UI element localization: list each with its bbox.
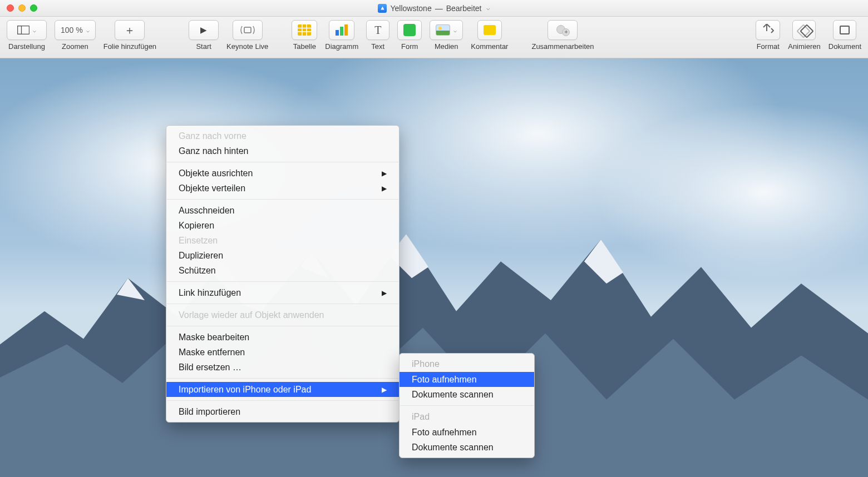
import-submenu: iPhone Foto aufnehmen Dokumente scannen … xyxy=(399,353,535,458)
chart-icon xyxy=(335,24,348,36)
keynote-app-icon xyxy=(378,4,387,13)
text-button[interactable]: T xyxy=(366,20,389,40)
window-controls xyxy=(7,4,37,12)
menu-reapply-template: Vorlage wieder auf Objekt anwenden xyxy=(166,307,399,322)
menu-bring-to-front: Ganz nach vorne xyxy=(166,128,399,143)
svg-rect-1 xyxy=(18,26,22,34)
media-button[interactable]: ⌵ xyxy=(430,20,463,40)
zoom-value: 100 % xyxy=(61,26,83,34)
submenu-take-photo-ipad[interactable]: Foto aufnehmen xyxy=(400,425,534,440)
document-tool: Dokument xyxy=(828,20,861,51)
menu-duplicate[interactable]: Duplizieren xyxy=(166,248,399,263)
document-button[interactable] xyxy=(833,20,856,40)
comment-button[interactable] xyxy=(477,20,502,40)
start-label: Start xyxy=(196,42,211,51)
chevron-down-icon: ⌵ xyxy=(453,27,457,33)
view-icon xyxy=(17,26,29,34)
svg-rect-8 xyxy=(336,30,339,36)
format-tool: Format xyxy=(756,20,780,51)
chevron-down-icon: ⌵ xyxy=(486,4,490,12)
shape-label: Form xyxy=(401,42,418,51)
add-slide-label: Folie hinzufügen xyxy=(103,42,156,51)
chart-label: Diagramm xyxy=(325,42,358,51)
submenu-scan-documents-iphone[interactable]: Dokumente scannen xyxy=(400,387,534,402)
submenu-header-ipad: iPad xyxy=(400,409,534,425)
menu-distribute-objects[interactable]: Objekte verteilen▶ xyxy=(166,181,399,196)
document-title[interactable]: Yellowstone — Bearbeitet ⌵ xyxy=(378,4,490,13)
format-label: Format xyxy=(757,42,780,51)
toolbar: ⌵ Darstellung 100 % ⌵ Zoomen ＋ Folie hin… xyxy=(0,17,868,58)
svg-rect-10 xyxy=(344,24,348,36)
menu-edit-mask[interactable]: Maske bearbeiten xyxy=(166,330,399,345)
view-tool: ⌵ Darstellung xyxy=(7,20,47,51)
menu-send-to-back[interactable]: Ganz nach hinten xyxy=(166,143,399,158)
table-button[interactable] xyxy=(292,20,317,40)
play-icon: ▶ xyxy=(200,25,207,35)
add-slide-tool: ＋ Folie hinzufügen xyxy=(103,20,156,51)
media-label: Medien xyxy=(435,42,458,51)
menu-copy[interactable]: Kopieren xyxy=(166,218,399,233)
collaborate-button[interactable] xyxy=(548,20,578,40)
keynote-live-label: Keynote Live xyxy=(226,42,268,51)
document-icon xyxy=(840,26,850,34)
table-icon xyxy=(298,24,311,36)
shape-button[interactable] xyxy=(397,20,422,40)
keynote-live-icon xyxy=(240,25,255,35)
text-tool: T Text xyxy=(366,20,389,51)
animate-button[interactable] xyxy=(792,20,816,40)
slide-canvas[interactable]: Ganz nach vorne Ganz nach hinten Objekte… xyxy=(0,58,868,477)
shape-tool: Form xyxy=(397,20,422,51)
table-label: Tabelle xyxy=(293,42,316,51)
menu-replace-image[interactable]: Bild ersetzen … xyxy=(166,360,399,375)
minimize-window-icon[interactable] xyxy=(18,4,26,12)
comment-icon xyxy=(484,25,496,35)
submenu-header-iphone: iPhone xyxy=(400,356,534,372)
view-button[interactable]: ⌵ xyxy=(7,20,47,40)
zoom-button[interactable]: 100 % ⌵ xyxy=(55,20,96,40)
submenu-take-photo-iphone[interactable]: Foto aufnehmen xyxy=(400,372,534,387)
animate-icon xyxy=(798,24,810,36)
submenu-arrow-icon: ▶ xyxy=(382,386,387,394)
table-tool: Tabelle xyxy=(292,20,317,51)
menu-protect[interactable]: Schützen xyxy=(166,263,399,278)
close-window-icon[interactable] xyxy=(7,4,14,12)
comment-tool: Kommentar xyxy=(471,20,508,51)
media-icon xyxy=(436,24,450,36)
submenu-scan-documents-ipad[interactable]: Dokumente scannen xyxy=(400,440,534,455)
format-button[interactable] xyxy=(756,20,780,40)
submenu-arrow-icon: ▶ xyxy=(382,170,387,177)
keynote-live-tool: Keynote Live xyxy=(226,20,268,51)
menu-import-image[interactable]: Bild importieren xyxy=(166,404,399,419)
collaborate-label: Zusammenarbeiten xyxy=(531,42,594,51)
chevron-down-icon: ⌵ xyxy=(33,27,36,33)
zoom-label: Zoomen xyxy=(62,42,88,51)
add-slide-button[interactable]: ＋ xyxy=(115,20,145,40)
svg-rect-0 xyxy=(18,26,29,34)
menu-cut[interactable]: Ausschneiden xyxy=(166,203,399,218)
menu-remove-mask[interactable]: Maske entfernen xyxy=(166,345,399,360)
text-label: Text xyxy=(371,42,384,51)
document-name: Yellowstone xyxy=(390,4,431,13)
collaborate-icon xyxy=(555,24,570,36)
submenu-arrow-icon: ▶ xyxy=(382,289,387,297)
document-status: Bearbeitet xyxy=(446,4,482,13)
plus-icon: ＋ xyxy=(124,23,135,38)
start-button[interactable]: ▶ xyxy=(189,20,219,40)
menu-add-link[interactable]: Link hinzufügen▶ xyxy=(166,285,399,300)
svg-rect-9 xyxy=(340,27,343,36)
menu-import-from-device[interactable]: Importieren von iPhone oder iPad▶ xyxy=(166,382,399,397)
chart-button[interactable] xyxy=(329,20,354,40)
media-tool: ⌵ Medien xyxy=(430,20,463,51)
menu-align-objects[interactable]: Objekte ausrichten▶ xyxy=(166,166,399,181)
document-label: Dokument xyxy=(828,42,861,51)
format-icon xyxy=(762,24,774,37)
chart-tool: Diagramm xyxy=(325,20,358,51)
fullscreen-window-icon[interactable] xyxy=(30,4,37,12)
svg-rect-2 xyxy=(244,27,251,33)
window-titlebar: Yellowstone — Bearbeitet ⌵ xyxy=(0,0,868,17)
keynote-live-button[interactable] xyxy=(233,20,263,40)
context-menu: Ganz nach vorne Ganz nach hinten Objekte… xyxy=(166,125,400,423)
shape-icon xyxy=(403,24,416,36)
comment-label: Kommentar xyxy=(471,42,508,51)
start-tool: ▶ Start xyxy=(189,20,219,51)
